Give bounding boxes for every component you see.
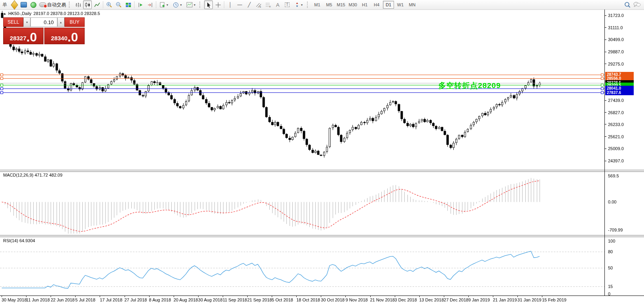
- new-order-label: 单: [2, 2, 7, 7]
- date-tick-label: 5 Jul 2018: [75, 297, 95, 302]
- price-tick: 29275.0: [608, 62, 624, 66]
- date-tick-label: 11 Jun 2018: [26, 297, 50, 302]
- timeframe-mn[interactable]: MN: [407, 1, 418, 9]
- rsi-label: RSI(14) 64.9304: [3, 238, 35, 243]
- timeframe-d1[interactable]: D1: [383, 1, 394, 9]
- rsi-tick: 0: [608, 292, 610, 296]
- date-tick-label: 22 Jun 2018: [51, 297, 75, 302]
- autotrading-label: 自动交易: [47, 2, 66, 7]
- terminal-icon[interactable]: [19, 0, 28, 9]
- timeframe-h1[interactable]: H1: [359, 1, 370, 9]
- macd-tick: -709.99: [608, 228, 623, 232]
- zoom-in-icon[interactable]: [105, 0, 114, 9]
- buy-price-box[interactable]: 28340 .0: [44, 28, 85, 44]
- date-tick-label: 17 Jul 2018: [100, 297, 122, 302]
- new-order-button[interactable]: 单: [0, 0, 9, 9]
- one-click-trading-panel: SELL ▼ 0.10 ▲ BUY 28327 .0 28340 .0: [3, 17, 85, 44]
- date-tick-label: 18 Oct 2018: [296, 297, 320, 302]
- bar-chart-icon[interactable]: [74, 0, 82, 9]
- auto-scroll-icon[interactable]: [136, 0, 145, 9]
- timeframe-h4[interactable]: H4: [371, 1, 382, 9]
- symbol-period-label: HK50-,Daily: [8, 11, 32, 16]
- autotrading-button[interactable]: 自动交易: [38, 0, 67, 9]
- date-tick-label: 27 Jul 2018: [125, 297, 147, 302]
- timeframe-group: M1M5M15M30H1H4D1W1MN: [311, 1, 418, 9]
- timeframe-w1[interactable]: W1: [395, 1, 406, 9]
- buy-price: 28340: [51, 35, 68, 41]
- date-tick-label: 3 Dec 2018: [395, 297, 417, 302]
- vertical-line-icon[interactable]: │: [226, 0, 235, 9]
- date-tick-label: 27 Dec 2018: [444, 297, 468, 302]
- date-tick-label: 13 Dec 2018: [419, 297, 444, 302]
- collapse-arrow-icon[interactable]: ▲: [3, 12, 6, 15]
- timeframe-m5[interactable]: M5: [324, 1, 335, 9]
- buy-price-fraction: .0: [68, 32, 78, 43]
- cursor-icon[interactable]: [204, 0, 213, 9]
- price-tick: 24397.0: [608, 158, 624, 163]
- mt4-window: 单 自动交易: [0, 0, 644, 305]
- volume-input[interactable]: 0.10: [30, 17, 57, 27]
- sell-price: 28327: [10, 35, 27, 41]
- time-axis-line: [0, 296, 644, 296]
- date-tick-label: 21 Nov 2018: [370, 297, 395, 302]
- svg-text:E: E: [259, 6, 261, 8]
- crosshair-icon[interactable]: [214, 0, 222, 9]
- templates-button[interactable]: ▼: [185, 0, 197, 9]
- timeframe-m30[interactable]: M30: [347, 1, 358, 9]
- sell-price-box[interactable]: 28327 .0: [3, 28, 44, 44]
- price-tick: 26827.0: [608, 110, 624, 115]
- price-line-label: 27837.6: [605, 90, 634, 95]
- search-icon[interactable]: [623, 0, 632, 9]
- date-tick-label: 11 Sep 2018: [223, 297, 247, 302]
- chart-shift-icon[interactable]: [146, 0, 154, 9]
- macd-indicator-canvas[interactable]: [0, 171, 604, 235]
- chat-icon[interactable]: [633, 0, 641, 9]
- sell-button[interactable]: SELL: [3, 17, 23, 27]
- periods-button[interactable]: ▼: [171, 0, 184, 9]
- fibonacci-icon[interactable]: F: [264, 0, 273, 9]
- candlestick-chart-canvas[interactable]: [0, 9, 604, 170]
- date-tick-label: 20 Aug 2018: [174, 297, 198, 302]
- text-label-icon[interactable]: T: [283, 0, 292, 9]
- date-tick-label: 21 Sep 2018: [247, 297, 272, 302]
- date-tick-label: 15 Feb 2019: [542, 297, 566, 302]
- text-icon[interactable]: A: [273, 0, 282, 9]
- sell-price-fraction: .0: [27, 32, 37, 43]
- macd-tick: 569.5: [608, 173, 619, 178]
- new-chart-button[interactable]: ▼: [158, 0, 170, 9]
- horizontal-line-icon[interactable]: —: [235, 0, 244, 9]
- rsi-tick: 50: [608, 265, 613, 270]
- timeframe-m15[interactable]: M15: [335, 1, 347, 9]
- date-tick-label: 9 Nov 2018: [345, 297, 367, 302]
- panel-separator[interactable]: [0, 235, 644, 237]
- trendline-icon[interactable]: ╱: [245, 0, 254, 9]
- zoom-out-icon[interactable]: [114, 0, 123, 9]
- macd-label: MACD(12,26,9) 471.72 482.09: [3, 173, 63, 177]
- date-tick-label: 30 May 2018: [2, 297, 27, 302]
- date-tick-label: 31 Jan 2019: [517, 297, 542, 302]
- price-tick: 27439.0: [608, 98, 624, 103]
- panel-separator[interactable]: [0, 170, 644, 172]
- tile-windows-icon[interactable]: [124, 0, 133, 9]
- price-tick: 31111.0: [608, 25, 623, 30]
- equidistant-channel-icon[interactable]: E: [254, 0, 263, 9]
- chevron-down-icon: ▼: [301, 4, 303, 6]
- market-watch-icon[interactable]: [10, 0, 19, 9]
- volume-down-button[interactable]: ▼: [23, 17, 30, 27]
- line-chart-icon[interactable]: [93, 0, 101, 9]
- arrows-button[interactable]: ▼: [292, 0, 305, 9]
- chevron-down-icon: ▼: [193, 4, 196, 6]
- timeframe-m1[interactable]: M1: [312, 1, 323, 9]
- svg-text:F: F: [269, 6, 271, 8]
- volume-up-button[interactable]: ▲: [57, 17, 64, 27]
- price-tick: 26233.0: [608, 122, 624, 127]
- price-tick: 30499.0: [608, 37, 624, 42]
- rsi-indicator-canvas[interactable]: [0, 236, 604, 296]
- chart-title: ▲ HK50-,Daily 28197.0 28378.0 28123.0 28…: [3, 11, 100, 16]
- pivot-annotation[interactable]: 多空转折点28209: [438, 81, 501, 91]
- macd-tick: 0.00: [608, 200, 616, 204]
- signals-icon[interactable]: [29, 0, 38, 9]
- candlestick-chart-icon[interactable]: [83, 0, 92, 9]
- price-tick: 31723.0: [608, 13, 624, 18]
- buy-button[interactable]: BUY: [64, 17, 85, 27]
